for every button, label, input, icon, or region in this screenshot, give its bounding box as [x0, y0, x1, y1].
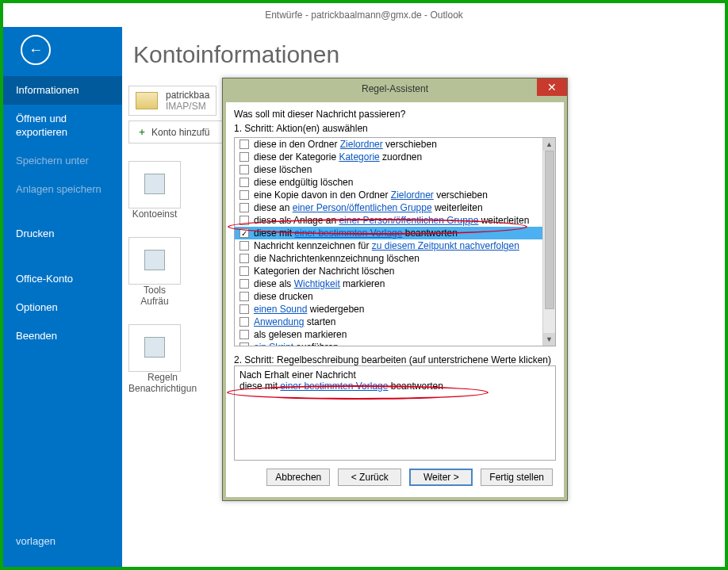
account-selector[interactable]: patrickbaa IMAP/SM	[128, 86, 216, 116]
action-row-13[interactable]: einen Sound wiedergeben	[235, 303, 542, 316]
sidebar-item-7[interactable]: Beenden	[3, 322, 122, 350]
rule-desc-template-link[interactable]: einer bestimmten Vorlage	[280, 381, 388, 392]
action-row-2[interactable]: diese löschen	[235, 163, 542, 176]
action-row-7[interactable]: ✓diese mit einer bestimmten Vorlage bean…	[235, 227, 542, 239]
sidebar-item-4[interactable]: Drucken	[3, 220, 122, 248]
rule-desc-post: beantworten	[388, 381, 443, 392]
close-icon: ✕	[547, 81, 557, 94]
rule-desc-line1: Nach Erhalt einer Nachricht	[239, 369, 550, 381]
action-checkbox-16[interactable]	[239, 342, 249, 346]
action-row-0[interactable]: diese in den Ordner Zielordner verschieb…	[235, 138, 542, 151]
action-row-8[interactable]: Nachricht kennzeichnen für zu diesem Zei…	[235, 239, 542, 252]
action-link[interactable]: einen Sound	[254, 304, 307, 315]
action-text-5: diese an einer Person/öffentlichen Grupp…	[254, 202, 483, 213]
action-row-5[interactable]: diese an einer Person/öffentlichen Grupp…	[235, 201, 542, 214]
scrollbar[interactable]: ▲ ▼	[542, 138, 555, 346]
action-text-13: einen Sound wiedergeben	[254, 304, 364, 315]
action-checkbox-10[interactable]	[239, 266, 249, 276]
action-checkbox-15[interactable]	[239, 330, 249, 339]
account-settings-button[interactable]	[128, 161, 181, 208]
action-link[interactable]: zu diesem Zeitpunkt nachverfolgen	[372, 240, 519, 251]
action-checkbox-2[interactable]	[239, 165, 249, 174]
action-text-16: ein Skript ausführen	[254, 342, 339, 346]
action-row-16[interactable]: ein Skript ausführen	[235, 341, 542, 346]
action-row-9[interactable]: die Nachrichtenkennzeichnung löschen	[235, 252, 542, 265]
action-text-8: Nachricht kennzeichnen für zu diesem Zei…	[254, 240, 519, 251]
action-checkbox-9[interactable]	[239, 254, 249, 263]
plus-icon: ＋	[137, 125, 147, 139]
action-link[interactable]: Zielordner	[391, 189, 434, 201]
cleanup-tools-button[interactable]	[128, 237, 181, 285]
action-row-10[interactable]: Kategorien der Nachricht löschen	[235, 265, 542, 277]
sidebar-item-0[interactable]: Informationen	[3, 76, 122, 105]
rules-icon	[144, 337, 165, 358]
action-checkbox-8[interactable]	[239, 241, 249, 251]
dialog-step1-label: 1. Schritt: Aktion(en) auswählen	[234, 123, 556, 134]
action-checkbox-6[interactable]	[239, 216, 249, 225]
action-checkbox-7[interactable]: ✓	[239, 228, 249, 238]
sidebar-item-3: Anlagen speichern	[3, 175, 122, 204]
action-text-4: eine Kopie davon in den Ordner Zielordne…	[254, 189, 488, 201]
tools-icon	[144, 250, 165, 270]
back-button[interactable]: ←	[21, 35, 51, 65]
sidebar-item-1[interactable]: Öffnen und exportieren	[3, 105, 122, 147]
sidebar-item-5[interactable]: Office-Konto	[3, 265, 122, 293]
scroll-up-button[interactable]: ▲	[543, 138, 555, 151]
action-text-9: die Nachrichtenkennzeichnung löschen	[254, 253, 420, 264]
action-checkbox-4[interactable]	[239, 190, 249, 200]
action-link[interactable]: ein Skript	[254, 342, 293, 346]
action-row-3[interactable]: diese endgültig löschen	[235, 176, 542, 189]
action-checkbox-1[interactable]	[239, 152, 249, 162]
rule-wizard-dialog: Regel-Assistent ✕ Was soll mit dieser Na…	[222, 78, 568, 501]
settings-icon	[144, 174, 165, 194]
action-link[interactable]: Anwendung	[254, 316, 304, 327]
action-text-11: diese als Wichtigkeit markieren	[254, 278, 385, 289]
action-row-15[interactable]: als gelesen markieren	[235, 328, 542, 341]
action-checkbox-14[interactable]	[239, 317, 249, 327]
rules-alerts-button[interactable]	[128, 324, 181, 372]
action-link[interactable]: Kategorie	[339, 151, 379, 163]
action-link[interactable]: einer bestimmten Vorlage	[294, 228, 402, 239]
cleanup-tools-label-1: Tools	[128, 285, 181, 296]
action-checkbox-5[interactable]	[239, 203, 249, 212]
cancel-button[interactable]: Abbrechen	[266, 469, 330, 486]
action-row-14[interactable]: Anwendung starten	[235, 316, 542, 328]
back-button-dialog[interactable]: < Zurück	[338, 469, 401, 486]
action-row-11[interactable]: diese als Wichtigkeit markieren	[235, 277, 542, 290]
action-checkbox-12[interactable]	[239, 292, 249, 301]
action-link[interactable]: einer Person/öffentlichen Gruppe	[293, 202, 432, 213]
action-checkbox-13[interactable]	[239, 304, 249, 314]
account-settings-label: Kontoeinst	[128, 208, 181, 220]
action-checkbox-3[interactable]	[239, 178, 249, 187]
action-checkbox-11[interactable]	[239, 279, 249, 289]
action-text-3: diese endgültig löschen	[254, 177, 353, 188]
action-row-1[interactable]: diese der Kategorie Kategorie zuordnen	[235, 151, 542, 163]
dialog-question: Was soll mit dieser Nachricht passieren?	[234, 109, 556, 120]
rule-description-box: Nach Erhalt einer Nachricht diese mit ei…	[234, 365, 556, 461]
action-link[interactable]: einer Person/öffentlichen Gruppe	[339, 215, 478, 226]
action-text-10: Kategorien der Nachricht löschen	[254, 266, 394, 277]
action-row-6[interactable]: diese als Anlage an einer Person/öffentl…	[235, 214, 542, 227]
sidebar: ← InformationenÖffnen und exportierenSpe…	[3, 27, 122, 567]
action-row-12[interactable]: diese drucken	[235, 290, 542, 303]
arrow-left-icon: ←	[29, 42, 43, 59]
finish-button[interactable]: Fertig stellen	[481, 469, 553, 486]
action-checkbox-0[interactable]	[239, 140, 249, 149]
sidebar-item-6[interactable]: Optionen	[3, 293, 122, 322]
add-account-label: Konto hinzufü	[151, 127, 209, 138]
dialog-step2-label: 2. Schritt: Regelbeschreibung bearbeiten…	[234, 354, 556, 365]
action-text-0: diese in den Ordner Zielordner verschieb…	[254, 139, 437, 150]
action-text-1: diese der Kategorie Kategorie zuordnen	[254, 151, 422, 163]
action-row-4[interactable]: eine Kopie davon in den Ordner Zielordne…	[235, 189, 542, 201]
rule-desc-line2: diese mit einer bestimmten Vorlage beant…	[239, 381, 550, 392]
action-link[interactable]: Zielordner	[340, 139, 383, 150]
action-link[interactable]: Wichtigkeit	[294, 278, 340, 289]
sidebar-footer: vorlagen	[3, 527, 122, 567]
scroll-down-button[interactable]: ▼	[543, 333, 555, 346]
next-button[interactable]: Weiter >	[409, 469, 473, 486]
action-text-6: diese als Anlage an einer Person/öffentl…	[254, 215, 529, 226]
scroll-thumb[interactable]	[545, 151, 554, 309]
dialog-close-button[interactable]: ✕	[537, 78, 567, 96]
action-text-14: Anwendung starten	[254, 316, 335, 327]
action-list: diese in den Ordner Zielordner verschieb…	[234, 137, 556, 346]
